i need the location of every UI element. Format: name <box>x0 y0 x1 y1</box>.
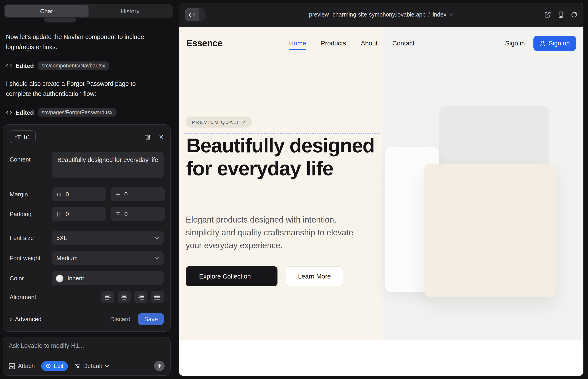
nav-link-about[interactable]: About <box>361 39 377 47</box>
align-right-button[interactable] <box>134 291 147 303</box>
site-page: Essence Home Products About Contact Sign… <box>179 27 583 376</box>
sliders-icon <box>75 363 80 368</box>
advanced-toggle[interactable]: › Advanced <box>10 315 42 323</box>
send-button[interactable] <box>154 361 165 371</box>
sign-in-link[interactable]: Sign in <box>505 39 525 47</box>
model-default-select[interactable]: Default <box>75 363 109 369</box>
chat-sidebar: Chat History Now let's update the Navbar… <box>0 0 179 379</box>
font-size-select[interactable]: 5XL <box>52 231 164 245</box>
element-tag-label: h1 <box>24 133 31 140</box>
chevron-down-icon <box>155 257 159 259</box>
selected-h1-outline[interactable]: Beautifully designed for everyday life <box>184 133 380 203</box>
padding-vertical-icon <box>115 211 121 217</box>
padding-horizontal-icon <box>56 211 62 217</box>
margin-field-row: Margin 0 0 <box>10 187 164 201</box>
color-label: Color <box>10 275 52 282</box>
inspector-footer: › Advanced Discard Save <box>10 312 164 326</box>
target-icon <box>46 363 51 368</box>
image-icon <box>9 363 15 369</box>
alignment-row: Alignment <box>10 291 164 303</box>
user-icon <box>540 40 545 46</box>
nav-links: Home Products About Contact <box>289 39 414 47</box>
padding-label: Padding <box>10 211 52 218</box>
edited-file-row: Edited src/components/Navbar.tsx <box>6 62 109 70</box>
mobile-view-icon[interactable] <box>559 12 563 18</box>
font-size-label: Font size <box>10 235 52 241</box>
hero-cta-row: Explore Collection → Learn More <box>186 266 343 286</box>
explore-collection-button[interactable]: Explore Collection → <box>186 266 278 286</box>
content-label: Content <box>10 152 52 163</box>
decor-card-beige <box>424 164 556 297</box>
nav-link-home[interactable]: Home <box>289 39 306 47</box>
site-brand[interactable]: Essence <box>186 38 222 48</box>
learn-more-button[interactable]: Learn More <box>286 266 343 286</box>
margin-vertical-icon <box>115 191 121 197</box>
file-chip[interactable]: src/pages/ForgotPassword.tsx <box>37 108 117 117</box>
tab-chat[interactable]: Chat <box>5 5 88 17</box>
color-swatch-icon <box>56 275 63 282</box>
close-icon[interactable]: ✕ <box>159 133 164 140</box>
view-toggle <box>185 8 205 21</box>
chevron-down-icon[interactable] <box>449 13 453 16</box>
chevron-down-icon <box>155 237 159 239</box>
content-input[interactable]: Beautifully designed for everyday life <box>52 152 164 178</box>
alignment-label: Alignment <box>10 293 52 300</box>
align-justify-button[interactable] <box>151 291 164 303</box>
nav-link-products[interactable]: Products <box>321 39 346 47</box>
edited-label: Edited <box>15 62 34 69</box>
hero-subtext: Elegant products designed with intention… <box>186 213 355 252</box>
chevron-right-icon: › <box>10 315 12 323</box>
margin-label: Margin <box>10 191 52 198</box>
font-size-row: Font size 5XL <box>10 231 164 245</box>
code-view-button[interactable] <box>185 8 199 21</box>
preview-view-button[interactable] <box>199 8 205 21</box>
sign-up-button[interactable]: Sign up <box>533 35 576 51</box>
padding-x-input[interactable]: 0 <box>52 207 106 221</box>
file-chip[interactable]: src/components/Navbar.tsx <box>37 62 109 70</box>
preview-url-text: preview--charming-site-symphony.lovable.… <box>309 12 426 18</box>
hero-headline[interactable]: Beautifully designed for everyday life <box>186 134 381 180</box>
font-weight-select[interactable]: Medium <box>52 251 164 265</box>
preview-toolbar: preview--charming-site-symphony.lovable.… <box>179 3 583 27</box>
attach-button[interactable]: Attach <box>9 363 35 369</box>
padding-y-input[interactable]: 0 <box>110 207 165 221</box>
lovable-app: Chat History Now let's update the Navbar… <box>0 0 588 379</box>
nav-link-contact[interactable]: Contact <box>392 39 415 47</box>
text-style-icon: TT <box>15 133 21 141</box>
margin-y-input[interactable]: 0 <box>110 187 165 201</box>
margin-x-input[interactable]: 0 <box>52 187 106 201</box>
align-center-button[interactable] <box>118 291 131 303</box>
content-field-row: Content Beautifully designed for everyda… <box>10 152 164 178</box>
code-icon <box>6 110 12 114</box>
edit-mode-button[interactable]: Edit <box>41 361 68 371</box>
font-weight-label: Font weight <box>10 255 52 262</box>
selected-element-chip[interactable]: TT h1 <box>10 130 35 143</box>
align-left-button[interactable] <box>101 291 114 303</box>
arrow-right-icon: → <box>257 272 264 280</box>
inspector-header: TT h1 ✕ <box>10 130 164 143</box>
chat-composer: Attach Edit Default <box>3 337 171 376</box>
sidebar-tabbar: Chat History <box>4 4 173 18</box>
element-inspector-panel: TT h1 ✕ Content Beautifully designed for… <box>3 124 171 332</box>
preview-route: index <box>433 12 447 18</box>
chat-message: I should also create a Forgot Password p… <box>6 79 157 99</box>
delete-element-button[interactable] <box>144 133 151 140</box>
chevron-down-icon <box>105 364 109 367</box>
discard-button[interactable]: Discard <box>110 316 130 322</box>
refresh-icon[interactable] <box>571 12 577 18</box>
chat-message: Now let's update the Navbar component to… <box>6 32 157 52</box>
font-weight-row: Font weight Medium <box>10 251 164 265</box>
preview-pane: preview--charming-site-symphony.lovable.… <box>179 3 583 376</box>
save-button[interactable]: Save <box>138 313 164 325</box>
premium-quality-badge: PREMIUM QUALITY <box>186 117 252 127</box>
code-icon <box>6 63 12 68</box>
preview-url[interactable]: preview--charming-site-symphony.lovable.… <box>309 12 453 18</box>
composer-input[interactable] <box>9 342 165 349</box>
site-navbar: Essence Home Products About Contact Sign… <box>179 27 583 60</box>
color-select[interactable]: Inherit <box>52 271 164 285</box>
open-external-icon[interactable] <box>544 12 551 18</box>
edited-label: Edited <box>15 109 34 116</box>
padding-field-row: Padding 0 0 <box>10 207 164 221</box>
tab-history[interactable]: History <box>88 5 172 17</box>
margin-horizontal-icon <box>56 191 62 197</box>
